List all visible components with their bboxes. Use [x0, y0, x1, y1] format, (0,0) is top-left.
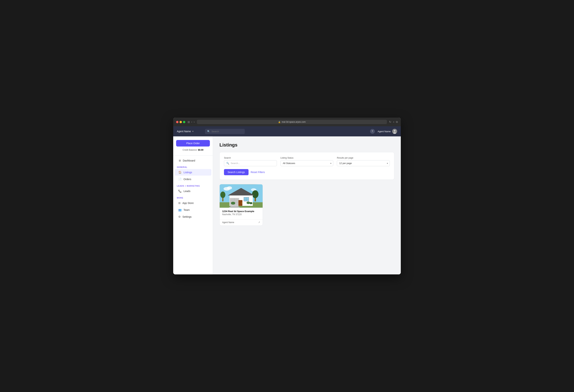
traffic-lights	[176, 121, 185, 123]
results-select[interactable]: 12 per page 24 per page 48 per page	[337, 160, 390, 166]
sidebar-item-leads[interactable]: 📞 Leads	[175, 188, 211, 194]
credit-balance: Credit Balance: $0.00	[173, 149, 213, 151]
svg-point-8	[252, 190, 258, 198]
sidebar: Place Order Credit Balance: $0.00 🖥 Dash…	[173, 136, 213, 274]
results-filter-group: Results per page 12 per page 24 per page…	[337, 157, 390, 166]
listing-info: 1234 Real 3d Space Example Nashville, TN…	[220, 208, 263, 219]
results-filter-label: Results per page	[337, 157, 390, 159]
sidebar-item-label: Settings	[183, 215, 192, 218]
status-select-wrap: All Statuses Active Pending Sold Off Mar…	[281, 160, 333, 166]
filter-row: Search 🔍 Listing Status All Statu	[224, 157, 390, 166]
listing-card[interactable]: 1234 Real 3d Space Example Nashville, TN…	[220, 184, 263, 226]
sidebar-item-app-store[interactable]: ⊞ App Store	[175, 200, 211, 206]
sidebar-item-label: Dashboard	[183, 159, 195, 162]
credit-balance-label: Credit Balance:	[183, 149, 197, 151]
svg-point-1	[394, 130, 395, 132]
close-button[interactable]	[176, 121, 179, 123]
nav-user: Agent Name	[378, 129, 397, 134]
status-select[interactable]: All Statuses Active Pending Sold Off Mar…	[281, 160, 333, 166]
svg-point-10	[220, 191, 226, 198]
page-title: Listings	[220, 142, 394, 148]
search-listings-button[interactable]: Search Listings	[224, 169, 248, 175]
browser-window: ⊞ ‹ › 🔒 real-3d-space.aryeo.com ↻ + ⧉ Ag…	[173, 118, 401, 274]
svg-point-26	[250, 202, 252, 204]
listing-search-input[interactable]	[231, 162, 275, 165]
sidebar-item-orders[interactable]: 📄 Orders	[175, 176, 211, 183]
back-button[interactable]: ‹	[191, 120, 192, 124]
users-icon: 👥	[178, 208, 182, 211]
listings-grid: 1234 Real 3d Space Example Nashville, TN…	[220, 184, 394, 226]
nav-right: ? Agent Name	[370, 129, 397, 134]
file-icon: 📄	[178, 178, 182, 181]
place-order-button[interactable]: Place Order	[176, 140, 210, 146]
search-icon: 🔍	[207, 130, 210, 133]
sidebar-item-settings[interactable]: ⚙ Settings	[175, 213, 211, 220]
new-tab-button[interactable]: +	[393, 120, 394, 124]
status-filter-group: Listing Status All Statuses Active Pendi…	[281, 157, 333, 166]
svg-point-20	[242, 203, 242, 203]
grid-icon[interactable]: ⊞	[187, 120, 190, 124]
home-icon: 🏠	[178, 171, 182, 174]
agent-name-nav: Agent Name	[177, 130, 191, 133]
svg-point-25	[246, 202, 250, 204]
maximize-button[interactable]	[183, 121, 185, 123]
listing-agent: Agent Name	[222, 221, 234, 224]
sidebar-item-label: Leads	[184, 190, 190, 193]
status-filter-label: Listing Status	[281, 157, 333, 159]
search-filter-label: Search	[224, 157, 277, 159]
sidebar-item-team[interactable]: 👥 Team	[175, 207, 211, 213]
top-nav: Agent Name ▾ 🔍 ? Agent Name	[173, 126, 401, 136]
listing-footer: Agent Name ↗	[220, 219, 263, 226]
monitor-icon: 🖥	[178, 159, 181, 162]
results-select-wrap: 12 per page 24 per page 48 per page ▾	[337, 160, 390, 166]
search-input-wrap[interactable]: 🔍	[224, 160, 277, 166]
app-layout: Agent Name ▾ 🔍 ? Agent Name	[173, 126, 401, 274]
sidebar-item-label: Team	[184, 208, 190, 211]
chevron-down-icon: ▾	[192, 130, 193, 133]
svg-point-24	[231, 202, 235, 205]
help-icon: ?	[372, 130, 373, 133]
sidebar-item-label: Listings	[184, 171, 192, 174]
sidebar-item-label: Orders	[184, 178, 191, 181]
browser-chrome: ⊞ ‹ › 🔒 real-3d-space.aryeo.com ↻ + ⧉	[173, 118, 401, 126]
url-text: real-3d-space.aryeo.com	[282, 121, 306, 123]
avatar	[392, 129, 397, 134]
reload-button[interactable]: ↻	[389, 120, 391, 124]
lock-icon: 🔒	[278, 121, 281, 123]
minimize-button[interactable]	[180, 121, 182, 123]
browser-controls: ⊞ ‹ ›	[187, 120, 195, 124]
listing-image	[220, 184, 263, 208]
sidebar-item-label: App Store	[183, 202, 194, 205]
help-button[interactable]: ?	[370, 129, 375, 134]
agent-dropdown[interactable]: Agent Name ▾	[177, 130, 202, 133]
reset-filters-button[interactable]: Reset Filters	[251, 171, 265, 174]
sidebar-section-more: MORE	[173, 195, 213, 200]
search-bar[interactable]: 🔍	[205, 129, 245, 134]
forward-button[interactable]: ›	[194, 120, 195, 124]
phone-icon: 📞	[178, 189, 182, 193]
listing-address-main: 1234 Real 3d Space Example	[222, 210, 260, 213]
sidebar-section-leads: LEADS + MARKETING	[173, 183, 213, 188]
svg-point-5	[227, 186, 232, 189]
sidebar-section-general: GENERAL	[173, 164, 213, 169]
search-input-icon: 🔍	[226, 162, 229, 165]
browser-actions: ↻ + ⧉	[389, 120, 398, 124]
grid-icon: ⊞	[178, 201, 181, 205]
tabs-button[interactable]: ⧉	[396, 120, 398, 124]
filter-panel: Search 🔍 Listing Status All Statu	[220, 152, 394, 180]
main-content: Listings Search 🔍	[213, 136, 401, 274]
sidebar-item-dashboard[interactable]: 🖥 Dashboard	[175, 157, 211, 164]
search-filter-group: Search 🔍	[224, 157, 277, 166]
external-link-icon[interactable]: ↗	[258, 221, 260, 224]
search-input[interactable]	[211, 130, 243, 133]
nav-user-name: Agent Name	[378, 130, 391, 133]
listing-address-city: Nashville, TN 37220	[222, 213, 260, 216]
main-area: Place Order Credit Balance: $0.00 🖥 Dash…	[173, 136, 401, 274]
credit-amount: $0.00	[198, 149, 203, 151]
address-bar[interactable]: 🔒 real-3d-space.aryeo.com	[197, 120, 387, 124]
gear-icon: ⚙	[178, 215, 181, 218]
filter-actions: Search Listings Reset Filters	[224, 169, 390, 175]
sidebar-item-listings[interactable]: 🏠 Listings	[175, 169, 211, 176]
